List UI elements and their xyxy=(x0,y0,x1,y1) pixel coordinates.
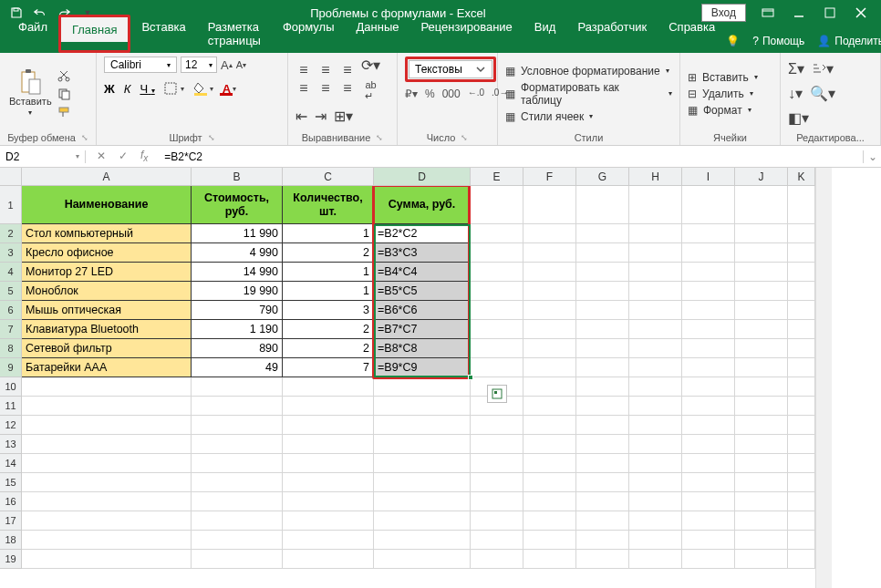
cell[interactable] xyxy=(523,473,576,492)
cell[interactable] xyxy=(283,454,374,473)
copy-icon[interactable] xyxy=(57,88,72,100)
cell[interactable]: Батарейки AAA xyxy=(22,358,192,377)
cell[interactable]: Кресло офисное xyxy=(22,243,192,263)
cell[interactable] xyxy=(682,511,735,531)
cell[interactable] xyxy=(576,550,629,569)
cut-icon[interactable] xyxy=(57,69,72,82)
cell[interactable] xyxy=(576,224,629,243)
row-header[interactable]: 5 xyxy=(0,282,22,301)
cell[interactable]: 19 990 xyxy=(192,282,283,301)
cell[interactable]: Сумма, руб. xyxy=(374,186,471,224)
cell[interactable]: 1 xyxy=(283,224,374,243)
cell[interactable] xyxy=(192,511,283,531)
cell[interactable] xyxy=(192,531,283,550)
number-format-select[interactable]: Текстовы xyxy=(409,60,492,78)
cell[interactable] xyxy=(471,511,523,531)
cell[interactable] xyxy=(192,473,283,492)
row-header[interactable]: 12 xyxy=(0,416,22,435)
cell[interactable] xyxy=(374,492,471,511)
cell[interactable] xyxy=(629,416,682,435)
col-header-F[interactable]: F xyxy=(523,168,576,186)
cell[interactable]: 7 xyxy=(283,358,374,377)
row-header[interactable]: 3 xyxy=(0,243,22,263)
tab-формулы[interactable]: Формулы xyxy=(272,15,346,53)
wrap-text-icon[interactable]: ab↵ xyxy=(361,79,380,102)
font-color-icon[interactable]: A▾ xyxy=(223,80,236,97)
clear-icon[interactable]: ◧▾ xyxy=(788,109,809,127)
cell[interactable] xyxy=(788,531,815,550)
cell[interactable] xyxy=(682,435,735,454)
cell[interactable]: Стоимость, руб. xyxy=(192,186,283,224)
col-header-E[interactable]: E xyxy=(471,168,523,186)
cell[interactable] xyxy=(735,224,788,243)
tab-разметка страницы[interactable]: Разметка страницы xyxy=(197,15,272,53)
cell[interactable] xyxy=(471,339,523,358)
cell[interactable]: Моноблок xyxy=(22,282,192,301)
maximize-icon[interactable] xyxy=(821,4,839,22)
cell[interactable] xyxy=(629,550,682,569)
tab-рецензирование[interactable]: Рецензирование xyxy=(409,15,523,53)
row-header[interactable]: 15 xyxy=(0,473,22,492)
cell[interactable] xyxy=(629,320,682,339)
cell[interactable] xyxy=(523,531,576,550)
cell[interactable] xyxy=(682,186,735,224)
align-left-icon[interactable]: ≡ xyxy=(295,81,312,96)
cell[interactable] xyxy=(788,320,815,339)
increase-decimal-icon[interactable]: ←.0 xyxy=(468,88,484,100)
percent-format-icon[interactable]: % xyxy=(425,88,435,100)
cell[interactable] xyxy=(576,358,629,377)
cell[interactable]: 4 990 xyxy=(192,243,283,263)
row-header[interactable]: 7 xyxy=(0,320,22,339)
cell[interactable] xyxy=(523,454,576,473)
cell[interactable] xyxy=(283,397,374,416)
cell[interactable] xyxy=(682,339,735,358)
cell[interactable] xyxy=(192,435,283,454)
cell[interactable] xyxy=(576,186,629,224)
cell[interactable] xyxy=(788,224,815,243)
cell[interactable]: =B2*C2 xyxy=(374,224,471,243)
cell[interactable] xyxy=(788,435,815,454)
font-name-select[interactable]: Calibri▾ xyxy=(104,57,177,73)
fill-icon[interactable]: ↓▾ xyxy=(788,85,803,102)
cell[interactable] xyxy=(576,531,629,550)
cell[interactable] xyxy=(283,511,374,531)
row-header[interactable]: 4 xyxy=(0,263,22,282)
cell[interactable] xyxy=(22,416,192,435)
cell[interactable] xyxy=(682,454,735,473)
cell[interactable]: Монитор 27 LED xyxy=(22,263,192,282)
row-header[interactable]: 2 xyxy=(0,224,22,243)
cell[interactable] xyxy=(374,397,471,416)
cell[interactable]: =B7*C7 xyxy=(374,320,471,339)
italic-button[interactable]: К xyxy=(124,82,131,96)
cell[interactable] xyxy=(374,550,471,569)
row-header[interactable]: 18 xyxy=(0,531,22,550)
cell[interactable] xyxy=(788,473,815,492)
cell[interactable] xyxy=(523,243,576,263)
align-top-icon[interactable]: ≡ xyxy=(295,63,312,77)
decrease-indent-icon[interactable]: ⇤ xyxy=(295,108,307,125)
cell[interactable] xyxy=(523,416,576,435)
col-header-B[interactable]: B xyxy=(192,168,283,186)
cell[interactable] xyxy=(471,263,523,282)
paste-button[interactable]: Вставить ▾ xyxy=(7,68,54,119)
tab-вид[interactable]: Вид xyxy=(523,15,567,53)
cell[interactable] xyxy=(788,550,815,569)
cell[interactable]: 790 xyxy=(192,301,283,320)
format-cells-button[interactable]: ▦Формат▾ xyxy=(688,104,758,117)
cell[interactable] xyxy=(629,186,682,224)
cell[interactable] xyxy=(735,511,788,531)
cell[interactable]: Стол компьютерный xyxy=(22,224,192,243)
ribbon-options-icon[interactable] xyxy=(759,4,777,22)
cell[interactable] xyxy=(735,282,788,301)
cell[interactable] xyxy=(374,416,471,435)
cell[interactable] xyxy=(523,377,576,397)
cell[interactable]: 2 xyxy=(283,339,374,358)
cell[interactable] xyxy=(735,339,788,358)
cell[interactable] xyxy=(682,550,735,569)
cell[interactable] xyxy=(629,473,682,492)
cell[interactable] xyxy=(576,243,629,263)
cell[interactable] xyxy=(471,454,523,473)
cell[interactable] xyxy=(523,186,576,224)
cell[interactable]: 3 xyxy=(283,301,374,320)
cell[interactable] xyxy=(735,473,788,492)
